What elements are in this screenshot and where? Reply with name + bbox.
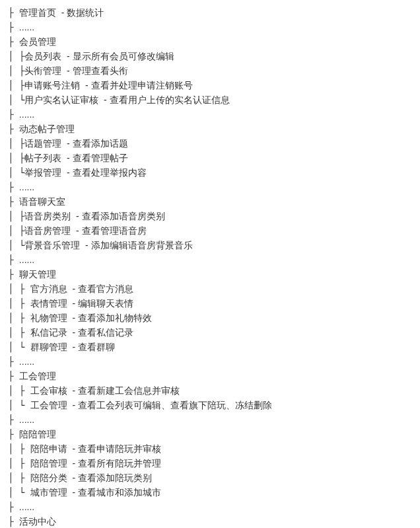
tree-node-desc: 编辑聊天表情 (78, 298, 133, 309)
tree-node-label: 会员管理 (19, 36, 56, 47)
tree-branch-icon: │ ├ (8, 80, 24, 91)
tree-branch-icon: ├ (8, 22, 19, 32)
separator: - (67, 298, 78, 309)
tree-node-label: 陪陪申请 (30, 443, 67, 454)
tree-node: ├ 会员管理 (8, 34, 415, 49)
tree-node-label: ...... (19, 254, 34, 265)
tree-node: ├ 陪陪管理 (8, 427, 415, 441)
tree-node: ├ ...... (8, 500, 415, 514)
tree-branch-icon: │ ├ (8, 458, 30, 469)
tree-branch-icon: │ ├ (8, 225, 24, 236)
tree-branch-icon: │ ├ (8, 283, 30, 294)
tree-node-desc: 查看私信记录 (78, 327, 133, 338)
tree-node-desc: 添加编辑语音房背景音乐 (91, 240, 193, 250)
tree-node-label: 用户实名认证审核 (24, 94, 98, 105)
tree-node: │ ├话题管理 - 查看添加话题 (8, 136, 415, 151)
tree-node-label: ...... (19, 414, 34, 425)
tree-branch-icon: │ └ (8, 342, 30, 352)
tree-node: │ ├ 陪陪管理 - 查看所有陪玩并管理 (8, 456, 415, 471)
tree-node-label: 申请账号注销 (24, 80, 80, 91)
tree-node-desc: 查看工会列表可编辑、查看旗下陪玩、冻结删除 (78, 400, 272, 410)
tree-node-desc: 查看管理语音房 (82, 225, 147, 236)
separator: - (61, 167, 72, 178)
separator: - (61, 138, 72, 149)
tree-node-label: 私信记录 (30, 327, 67, 338)
tree-node: ├ ...... (8, 20, 415, 34)
tree-node: │ ├帖子列表 - 查看管理帖子 (8, 151, 415, 165)
tree-branch-icon: │ ├ (8, 51, 24, 61)
tree-node: ├ 活动中心 (8, 514, 415, 528)
tree-node: │ ├ 私信记录 - 查看私信记录 (8, 325, 415, 340)
tree-node-desc: 查看添加语音房类别 (82, 211, 165, 221)
tree-node-label: 背景音乐管理 (24, 240, 80, 250)
tree-node-desc: 数据统计 (67, 7, 104, 18)
tree-node: ├ 工会管理 (8, 369, 415, 383)
tree-node-desc: 查看处理举报内容 (73, 167, 147, 178)
tree-node-label: 陪陪管理 (19, 429, 56, 439)
tree-node: │ ├头衔管理 - 管理查看头衔 (8, 63, 415, 78)
tree-node: │ ├申请账号注销 - 查看并处理申请注销账号 (8, 78, 415, 93)
separator: - (67, 313, 78, 323)
tree-node-desc: 查看所有陪玩并管理 (78, 458, 161, 469)
tree-node: │ └用户实名认证审核 - 查看用户上传的实名认证信息 (8, 93, 415, 107)
tree-branch-icon: │ ├ (8, 211, 24, 221)
tree-branch-icon: ├ (8, 36, 19, 47)
tree-branch-icon: ├ (8, 269, 19, 280)
tree-node-desc: 查看并处理申请注销账号 (91, 80, 193, 91)
tree-node: │ ├ 工会审核 - 查看新建工会信息并审核 (8, 383, 415, 398)
separator: - (56, 7, 67, 18)
separator: - (67, 327, 78, 338)
tree-branch-icon: │ ├ (8, 313, 30, 323)
tree-branch-icon: ├ (8, 109, 19, 120)
tree-node-label: 礼物管理 (30, 313, 67, 323)
tree-node-label: 管理首页 (19, 7, 56, 18)
tree-branch-icon: │ └ (8, 94, 24, 105)
tree-branch-icon: ├ (8, 414, 19, 425)
tree-node: ├ 语音聊天室 (8, 194, 415, 209)
tree-node: ├ ...... (8, 412, 415, 427)
separator: - (67, 400, 78, 410)
tree-branch-icon: │ ├ (8, 472, 30, 483)
separator: - (71, 211, 81, 221)
tree-node-label: ...... (19, 356, 34, 367)
separator: - (67, 443, 78, 454)
tree-branch-icon: ├ (8, 502, 19, 512)
tree-node-label: 活动中心 (19, 516, 56, 527)
tree-node-label: 语音聊天室 (19, 196, 65, 207)
separator: - (80, 240, 90, 250)
tree-branch-icon: ├ (8, 182, 19, 192)
tree-branch-icon: │ └ (8, 487, 30, 498)
separator: - (98, 94, 109, 105)
tree-node-desc: 管理查看头衔 (73, 65, 128, 76)
tree-branch-icon: │ ├ (8, 153, 24, 163)
tree-node-label: 语音房类别 (24, 211, 71, 221)
tree-branch-icon: ├ (8, 196, 19, 207)
tree-node-label: 陪陪分类 (30, 472, 67, 483)
tree-branch-icon: │ └ (8, 240, 24, 250)
tree-node-desc: 查看申请陪玩并审核 (78, 443, 161, 454)
tree-node: ├ 聊天管理 (8, 267, 415, 282)
tree-node: ├ ...... (8, 180, 415, 194)
tree-node: │ ├ 陪陪分类 - 查看添加陪玩类别 (8, 471, 415, 485)
tree-node: │ └举报管理 - 查看处理举报内容 (8, 165, 415, 180)
separator: - (61, 65, 72, 76)
tree-node-desc: 查看城市和添加城市 (78, 487, 161, 498)
tree-node-label: 动态帖子管理 (19, 124, 75, 134)
tree-node: ├ 动态帖子管理 (8, 122, 415, 136)
tree-node-label: 工会管理 (19, 371, 56, 381)
separator: - (67, 283, 78, 294)
separator: - (61, 153, 72, 163)
tree-node-label: 帖子列表 (24, 153, 61, 163)
tree-node-desc: 查看用户上传的实名认证信息 (110, 94, 230, 105)
tree-branch-icon: ├ (8, 356, 19, 367)
tree-branch-icon: │ ├ (8, 65, 24, 76)
tree-branch-icon: │ └ (8, 400, 30, 410)
tree-branch-icon: ├ (8, 254, 19, 265)
tree-branch-icon: ├ (8, 7, 19, 18)
tree-node: ├ 管理首页 - 数据统计 (8, 5, 415, 20)
tree-node: │ └ 城市管理 - 查看城市和添加城市 (8, 485, 415, 500)
tree-node-label: ...... (19, 502, 34, 512)
tree-node-label: ...... (19, 109, 34, 120)
tree-node-label: 话题管理 (24, 138, 61, 149)
tree-node: │ ├ 表情管理 - 编辑聊天表情 (8, 296, 415, 311)
